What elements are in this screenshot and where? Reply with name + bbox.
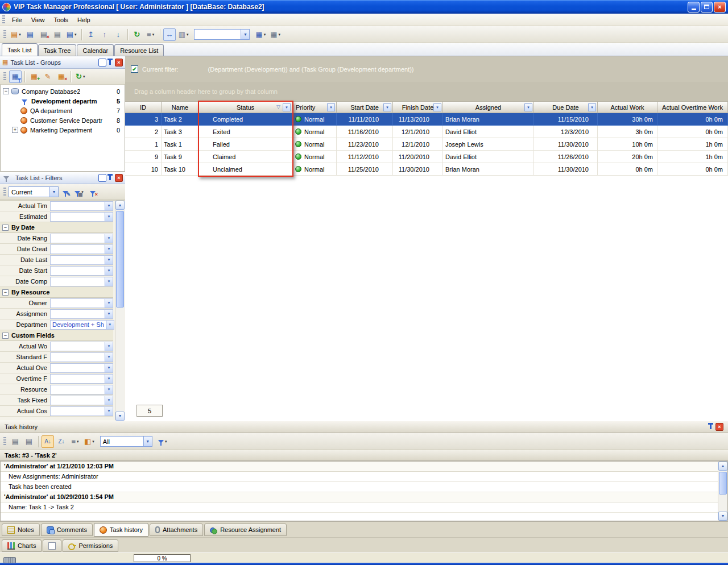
quick-search-combobox[interactable]: ▼ [194,29,250,40]
filter-combobox[interactable]: ▼ [50,255,113,265]
filter-combobox[interactable]: ▼ [50,374,113,384]
toolbar-grip[interactable] [3,30,6,39]
toolbar-grip[interactable] [3,72,6,81]
tab-attachments[interactable]: Attachments [150,524,203,536]
filter-combobox[interactable]: Development + Sh▼ [50,320,114,330]
chevron-down-icon[interactable]: ▼ [105,375,113,383]
chevron-down-icon[interactable]: ▼ [105,364,113,372]
chevron-down-icon[interactable]: ▼ [105,396,113,405]
chevron-down-icon[interactable]: ▼ [241,30,249,39]
expand-icon[interactable]: + [12,127,18,133]
panel-close-button[interactable]: × [115,174,123,182]
column-header-assigned[interactable]: Assigned▼ [443,102,534,113]
scrollbar-thumb[interactable] [116,211,124,308]
toolbar-grip[interactable] [2,15,5,24]
add-group-button[interactable]: ▦+ [28,70,40,83]
filter-combobox[interactable]: ▼ [50,212,113,222]
tab-task-history[interactable]: Task history [94,523,148,537]
delete-task-button[interactable]: ▤× [38,28,50,41]
column-header-id[interactable]: ID [125,102,162,113]
filter-combobox[interactable]: ▼ [50,266,113,276]
new-task-button[interactable]: ▤▾ [9,28,23,41]
filter-combobox[interactable]: ▼ [50,201,113,211]
tab-permissions[interactable]: Permissions [63,539,118,552]
filter-combobox[interactable]: ▼ [50,244,113,254]
tab-charts[interactable]: Charts [2,539,42,552]
chevron-down-icon[interactable]: ▼ [105,277,113,286]
column-header-actual-overtime-work[interactable]: Actual Overtime Work [657,102,728,113]
scroll-down-icon[interactable]: ▼ [718,512,727,521]
tree-item-marketing-department[interactable]: + Marketing Department 0 [1,125,125,135]
column-header-due-date[interactable]: Due Date▼ [534,102,598,113]
delete-group-button[interactable]: ▦× [55,70,68,83]
filter-group-custom-fields[interactable]: − Custom Fields [0,330,113,341]
scroll-up-icon[interactable]: ▲ [718,462,727,471]
print-button[interactable]: ▤ [23,435,35,448]
tab-task-tree[interactable]: Task Tree [38,44,77,56]
column-filter-button[interactable]: ▼ [327,103,335,111]
task-actions-button[interactable]: ▤▾ [65,28,78,41]
scroll-down-icon[interactable]: ▼ [115,412,125,421]
filter-combobox[interactable]: ▼ [50,309,113,319]
filters-scrollbar[interactable]: ▲ ▼ [115,201,125,421]
tab-notes[interactable]: Notes [2,524,40,536]
history-view-button[interactable]: ≡▾ [69,435,81,448]
tab-task-list[interactable]: Task List [2,43,38,56]
panel-minimize-button[interactable] [98,59,106,67]
history-scrollbar[interactable]: ▲ ▼ [718,462,727,521]
tree-item-development-department[interactable]: Development departm 5 [1,96,125,106]
column-header-name[interactable]: Name [162,102,199,113]
pin-icon[interactable] [109,176,111,180]
menu-file[interactable]: File [7,14,27,26]
group-filter-button[interactable]: ▦ [9,70,22,83]
fit-columns-button[interactable]: ↔ [163,28,176,41]
filter-combobox[interactable]: ▼ [50,385,113,394]
highlight-button[interactable]: ◧▾ [82,435,96,448]
filter-combobox[interactable]: ▼ [50,342,113,351]
duplicate-task-button[interactable]: ▤ [51,28,64,41]
current-filter-checkbox[interactable]: ✔ [131,65,138,73]
columns-button[interactable]: ▥▾ [177,28,191,41]
column-header-priority[interactable]: Priority▼ [292,102,337,113]
filter-combobox[interactable]: ▼ [50,406,113,416]
collapse-icon[interactable]: − [2,289,9,296]
filter-combobox[interactable]: ▼ [50,396,113,405]
chevron-down-icon[interactable]: ▼ [105,353,113,362]
column-header-finish-date[interactable]: Finish Date▼ [393,102,443,113]
column-header-actual-work[interactable]: Actual Work [598,102,657,113]
move-down-button[interactable]: ↓ [112,28,125,41]
group-by-box[interactable]: Drag a column header here to group by th… [125,82,728,102]
filter-combobox[interactable]: ▼ [50,352,113,362]
chevron-down-icon[interactable]: ▼ [105,234,113,243]
chevron-down-icon[interactable]: ▼ [49,187,58,197]
history-filter-combobox[interactable]: All ▼ [100,436,152,447]
move-top-button[interactable]: ↥ [85,28,97,41]
pin-icon[interactable] [710,425,712,429]
filter-preset-combobox[interactable]: Current ▼ [9,186,59,197]
chevron-down-icon[interactable]: ▼ [105,407,113,416]
chevron-down-icon[interactable]: ▼ [105,299,113,308]
panel-minimize-button[interactable] [98,174,106,182]
layout-button[interactable]: ▦▾ [268,28,282,41]
tab-resource-assignment[interactable]: Resource Assignment [204,524,287,536]
filter-group-by-resource[interactable]: − By Resource [0,287,113,298]
tree-item-company-database2[interactable]: − Company Database2 0 [1,86,125,96]
edit-group-button[interactable]: ✎ [42,70,54,83]
column-filter-button[interactable]: ▼ [524,103,532,111]
refresh-groups-button[interactable]: ↻▾ [74,70,86,83]
chevron-down-icon[interactable]: ▼ [105,256,113,264]
chevron-down-icon[interactable]: ▼ [105,267,113,275]
chevron-down-icon[interactable]: ▼ [105,310,113,318]
scrollbar-thumb[interactable] [719,472,727,495]
edit-task-button[interactable]: ▤ [24,28,36,41]
panel-close-button[interactable]: × [115,59,123,67]
collapse-icon[interactable]: − [2,333,9,339]
filter-combobox[interactable]: ▼ [50,234,113,243]
toolbar-grip[interactable] [3,188,6,197]
chevron-down-icon[interactable]: ▼ [105,342,113,351]
sort-ascending-button[interactable]: A↓ [42,435,54,448]
history-entry-header[interactable]: 'Administrator' at 10/29/2010 1:54 PM [1,492,718,502]
history-filter-button[interactable]: ▾ [156,435,169,448]
menu-tools[interactable]: Tools [49,14,73,26]
grouping-button[interactable]: ▦▾ [254,28,267,41]
